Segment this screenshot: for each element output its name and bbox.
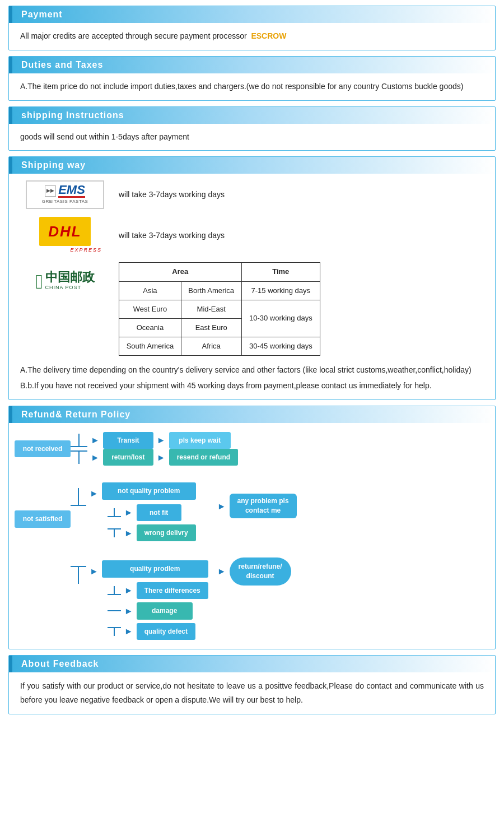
- dhl-text: DHL: [48, 223, 81, 240]
- there-differences-box: There differences: [137, 582, 208, 599]
- shipping-way-header: Shipping way: [9, 157, 495, 174]
- arrow-to-transit: ►: [91, 433, 100, 448]
- time-10-30: 10-30 working days: [241, 300, 320, 337]
- any-problem-outcome: ► any problem pls contact me: [214, 494, 297, 518]
- area-asia: Asia: [119, 281, 181, 300]
- dhl-description: will take 3-7days working days: [119, 229, 225, 243]
- dhl-row: DHL EXPRESS will take 3-7days working da…: [20, 217, 484, 254]
- quality-defect-box: quality defect: [137, 623, 195, 640]
- dhl-logo-container: DHL EXPRESS: [20, 217, 110, 254]
- damage-box: damage: [137, 602, 193, 619]
- payment-body: All major credits are accepted through s…: [9, 23, 495, 50]
- ems-subtitle: GREITASIS PASTAS: [42, 198, 88, 206]
- table-row: West Euro Mid-East 10-30 working days: [119, 300, 320, 318]
- chinapost-cn: 中国邮政: [45, 271, 95, 284]
- time-30-45: 30-45 working days: [241, 337, 320, 355]
- feedback-header: About Feedback: [9, 656, 495, 672]
- table-row: South America Africa 30-45 working days: [119, 337, 320, 355]
- qp-subbranches: ► There differences ►: [108, 582, 208, 640]
- return-lost-branch: ► return/lost ► resend or refund: [71, 449, 238, 466]
- shipping-instructions-header: shipping Instructions: [9, 107, 495, 124]
- not-quality-problem-box: not quality problem: [102, 482, 196, 499]
- refund-body: not received ► Transit ► pls keep: [9, 423, 495, 649]
- time-7-15: 7-15 working days: [241, 281, 320, 300]
- payment-text: All major credits are accepted through s…: [20, 30, 484, 43]
- resend-refund-box: resend or refund: [169, 449, 238, 466]
- not-quality-branch: ► not quality problem: [71, 482, 208, 541]
- duties-header: Duties and Taxes: [9, 57, 495, 73]
- ems-logo-container: ▶▶ EMS GREITASIS PASTAS: [20, 180, 110, 209]
- area-west-euro: West Euro: [119, 300, 181, 318]
- feedback-title: About Feedback: [21, 659, 99, 669]
- outcome-boxes: ► any problem pls contact me ► return/re…: [214, 494, 297, 585]
- arrow-to-not-fit: ►: [124, 505, 133, 520]
- arrow-to-damage: ►: [124, 603, 133, 619]
- shipping-instructions-section: shipping Instructions goods will send ou…: [8, 106, 496, 151]
- area-south-america: South America: [119, 337, 181, 355]
- transit-branch: ► Transit ► pls keep wait: [71, 432, 238, 449]
- carrier-section: ▶▶ EMS GREITASIS PASTAS will take 3-7day…: [20, 180, 484, 356]
- not-fit-box: not fit: [137, 504, 181, 521]
- table-header-time: Time: [241, 263, 320, 281]
- transit-box: Transit: [103, 432, 153, 449]
- not-received-flow: not received ► Transit ► pls keep: [15, 432, 489, 466]
- area-africa: Africa: [181, 337, 241, 355]
- feedback-text: If you satisfy with our product or servi…: [20, 679, 484, 707]
- refund-title: Refund& Return Policy: [21, 410, 130, 420]
- payment-section: Payment All major credits are accepted t…: [8, 6, 496, 50]
- damage-branch: ► damage: [108, 602, 208, 619]
- ems-text: EMS: [58, 184, 85, 198]
- not-received-box: not received: [15, 440, 71, 457]
- table-row: Asia Borth America 7-15 working days: [119, 281, 320, 300]
- duties-section: Duties and Taxes A.The item price do not…: [8, 56, 496, 101]
- quality-prodlem-branch: ► quality prodlem ►: [71, 560, 208, 640]
- quality-prodlem-box: quality prodlem: [102, 560, 208, 577]
- chinapost-en: CHINA POST: [45, 284, 95, 292]
- any-problem-box: any problem pls contact me: [230, 494, 297, 518]
- area-oceania: Oceania: [119, 318, 181, 337]
- arrow-to-nqp: ►: [90, 486, 99, 501]
- arrow-to-keep-wait: ►: [157, 433, 166, 448]
- area-east-euro: East Euro: [181, 318, 241, 337]
- wrong-delivry-box: wrong delivry: [137, 524, 196, 541]
- shipping-note-b: B.b.If you have not received your shipme…: [20, 379, 484, 393]
- ems-description: will take 3-7days working days: [119, 188, 225, 202]
- not-satisfied-flow: not satisfied ► not quality problem: [15, 482, 489, 640]
- arrow-to-return-refund: ►: [217, 564, 226, 579]
- not-satisfied-branches: ► not quality problem: [71, 482, 208, 640]
- chinapost-logo-container:  中国邮政 CHINA POST: [20, 262, 110, 299]
- arrow-to-quality-defect: ►: [124, 624, 133, 639]
- area-borth-america: Borth America: [181, 281, 241, 300]
- shipping-instructions-body: goods will send out within 1-5days after…: [9, 124, 495, 151]
- table-header-area: Area: [119, 263, 242, 281]
- quality-prodlem-sub: quality prodlem ► Ther: [102, 560, 208, 640]
- shipping-instructions-title: shipping Instructions: [21, 110, 124, 120]
- shipping-note-a: A.The delivery time depending on the cou…: [20, 364, 484, 377]
- payment-title: Payment: [21, 10, 63, 20]
- shipping-notes: A.The delivery time depending on the cou…: [20, 364, 484, 393]
- shipping-instructions-text: goods will send out within 1-5days after…: [20, 131, 484, 144]
- arrow-to-return-lost: ►: [91, 450, 100, 465]
- chinapost-icon: : [35, 264, 43, 299]
- dhl-express-text: EXPRESS: [70, 246, 102, 254]
- not-fit-branch: ► not fit: [108, 504, 196, 521]
- not-satisfied-box: not satisfied: [15, 510, 71, 527]
- shipping-way-title: Shipping way: [21, 160, 86, 170]
- pls-keep-wait-box: pls keep wait: [169, 432, 231, 449]
- return-refund-outcome: ► return/refune/ discount: [214, 557, 297, 586]
- nqp-subbranches: ► not fit ►: [108, 504, 196, 542]
- shipping-table: Area Time Asia Borth America 7-15 workin…: [119, 262, 320, 355]
- return-refund-box: return/refune/ discount: [230, 557, 291, 586]
- escrow-label: ESCROW: [251, 31, 286, 40]
- chinapost-row:  中国邮政 CHINA POST Area Time: [20, 262, 484, 355]
- not-received-branches: ► Transit ► pls keep wait ►: [71, 432, 238, 466]
- duties-text: A.The item price do not include import d…: [20, 80, 484, 94]
- refund-section: Refund& Return Policy not received ►: [8, 406, 496, 650]
- area-mid-east: Mid-East: [181, 300, 241, 318]
- shipping-way-section: Shipping way ▶▶ EMS GREITASIS PASTAS wil…: [8, 156, 496, 399]
- quality-defect-branch: ► quality defect: [108, 623, 208, 640]
- duties-title: Duties and Taxes: [21, 60, 103, 70]
- feedback-body: If you satisfy with our product or servi…: [9, 672, 495, 714]
- arrow-to-any-problem: ►: [217, 499, 226, 514]
- return-lost-box: return/lost: [103, 449, 153, 466]
